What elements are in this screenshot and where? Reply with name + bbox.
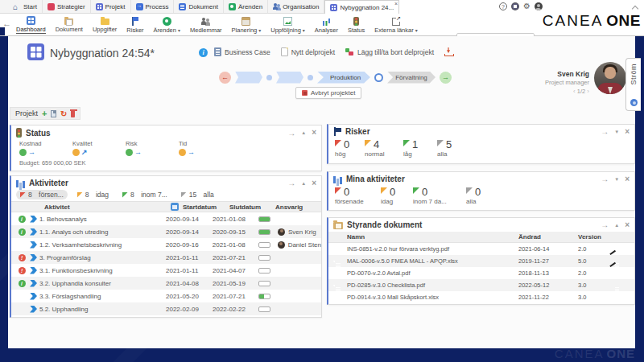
close-icon[interactable]: × (625, 222, 630, 228)
table-row[interactable]: 3.3. Förslagshandling2021-05-202021-07-2… (11, 290, 321, 302)
col-version[interactable]: Version (578, 233, 613, 241)
close-icon[interactable]: × (312, 180, 316, 187)
table-row[interactable]: MAL-0006-v.5.0 FMEA MALL - APQP.xlsx2019… (328, 255, 634, 267)
collapse-icon[interactable]: ▼ (614, 177, 619, 182)
table-row[interactable]: i3.2. Upphandla konsulter2021-04-082021-… (11, 277, 321, 290)
table-row[interactable]: i1. Behovsanalys2020-09-142021-01-08 (11, 212, 321, 225)
col-changed[interactable]: Ändrad (518, 233, 578, 241)
open-panel-icon[interactable]: → (287, 179, 295, 187)
tab-strategier[interactable]: Strategier (43, 0, 91, 13)
stream-side-tab[interactable]: Ström (625, 58, 641, 111)
risk-stat-normal[interactable]: 4normal (365, 139, 403, 158)
expand-chevron-icon[interactable] (30, 293, 37, 300)
expand-chevron-icon[interactable] (30, 306, 37, 313)
filter-today[interactable]: 8 idag (73, 190, 113, 200)
toolbar-item-planering[interactable]: Planering▾ (227, 14, 266, 35)
phase-step-2[interactable] (276, 72, 303, 84)
toolbar-item-medlemmar[interactable]: Medlemmar (185, 14, 227, 35)
table-row[interactable]: 5.2. Upphandling2022-02-092022-02-22 (11, 302, 321, 315)
tab-nybyggnation-active[interactable]: Nybyggnation 24...× (324, 0, 399, 14)
col-start[interactable]: Startdatum (183, 204, 229, 211)
open-panel-icon[interactable]: → (601, 127, 609, 136)
phase-back-button[interactable]: ← (219, 72, 231, 84)
open-panel-icon[interactable]: → (601, 220, 609, 229)
tab-dokument[interactable]: Dokument (174, 0, 223, 13)
collapse-icon[interactable]: ▼ (614, 130, 619, 134)
toolbar-item-arenden[interactable]: Ärenden▾ (149, 14, 185, 35)
filter-overdue[interactable]: 8 försen... (16, 190, 68, 200)
toolbar-item-risker[interactable]: Risker (122, 14, 148, 35)
calendar-column-icon[interactable] (171, 203, 179, 211)
open-panel-icon[interactable]: → (601, 175, 609, 183)
prev-icon[interactable]: ‹ (573, 88, 576, 95)
open-panel-icon[interactable]: → (287, 129, 295, 138)
close-icon[interactable]: × (312, 130, 316, 136)
risk-stat-all[interactable]: 5alla (437, 139, 468, 158)
col-name[interactable]: Namn (347, 233, 518, 241)
col-responsible[interactable]: Ansvarig (275, 204, 303, 211)
toolbar-item-uppgifter[interactable]: Uppgifter (88, 14, 122, 35)
gear-icon[interactable]: ⚙ (523, 2, 530, 10)
save-icon[interactable] (51, 110, 56, 117)
table-row[interactable]: !3.1. Funktionsbeskrivning2021-01-112021… (11, 264, 321, 277)
close-tab-icon[interactable]: × (394, 1, 398, 6)
collapse-icon[interactable]: ▲ (301, 130, 306, 135)
my-stat-within-7[interactable]: 0inom 7 da... (413, 187, 466, 205)
filter-within-7[interactable]: 8 inom 7... (118, 190, 171, 200)
my-stat-all[interactable]: 0alla (466, 187, 498, 205)
table-row[interactable]: i1.1. Analys och utreding2020-09-142020-… (11, 225, 321, 238)
my-stat-overdue[interactable]: 0försenade (335, 187, 381, 205)
cancel-project-button[interactable]: Avbryt projektet (295, 87, 361, 99)
my-stat-today[interactable]: 0idag (381, 187, 413, 205)
toolbar-item-uppfoljning[interactable]: Uppföljning▾ (266, 14, 310, 35)
toolbar-item-status[interactable]: Status (343, 14, 369, 35)
toolbar-item-analyser[interactable]: Analyser (310, 14, 343, 35)
phase-step-produktion[interactable]: Produktion (317, 72, 370, 84)
add-icon[interactable]: + (42, 109, 47, 117)
close-icon[interactable]: × (625, 129, 630, 135)
business-case-button[interactable]: Business Case (214, 47, 270, 56)
risk-stat-low[interactable]: 1låg (403, 139, 437, 158)
tab-process[interactable]: Process (131, 0, 175, 13)
table-row[interactable]: PD-0914-v.3.0 Mall Skåpskort.xlsx2021-11… (328, 291, 634, 303)
manager-photo[interactable] (594, 62, 626, 94)
expand-chevron-icon[interactable] (30, 241, 37, 249)
import-button[interactable] (444, 47, 453, 56)
globe-icon[interactable] (511, 2, 519, 10)
phase-step-forvaltning[interactable]: Förvaltning (387, 72, 436, 84)
expand-chevron-icon[interactable] (30, 228, 37, 236)
toolbar-item-dokument[interactable]: Dokument (51, 14, 88, 35)
table-row[interactable]: PD-0285-v.3.0 Checklista.pdf2022-05-123.… (328, 279, 634, 291)
risk-stat-high[interactable]: 0hög (335, 139, 365, 158)
expand-chevron-icon[interactable] (30, 254, 37, 261)
expand-chevron-icon[interactable] (30, 216, 37, 223)
table-row[interactable]: INS-0851-v.2.0 hur förvara verktyg.pdf20… (328, 243, 634, 255)
table-row[interactable]: 1.2. Verksamhetsbeskrivning2020-09-16202… (11, 238, 321, 251)
info-icon[interactable]: i (199, 48, 208, 57)
phase-forward-button[interactable]: → (440, 72, 452, 84)
delete-icon[interactable] (71, 111, 75, 117)
collapse-icon[interactable]: ▲ (301, 181, 306, 186)
filter-all[interactable]: 15 alla (177, 190, 218, 200)
col-activity[interactable]: Aktivitet (44, 204, 171, 211)
tab-organisation[interactable]: Organisation (268, 0, 324, 13)
tab-start[interactable]: ⌂Start (8, 0, 43, 13)
tab-projekt[interactable]: Projekt (91, 0, 131, 13)
new-subproject-button[interactable]: Nytt delprojekt (281, 47, 335, 56)
user-avatar-icon[interactable] (535, 2, 543, 10)
toolbar-item-dashboard[interactable]: Dashboard (11, 14, 51, 35)
next-icon[interactable]: › (587, 88, 589, 95)
close-icon[interactable]: × (625, 176, 630, 183)
col-end[interactable]: Slutdatum (229, 204, 275, 211)
toolbar-item-externa-lankar[interactable]: Externa länkar▾ (369, 14, 422, 35)
expand-chevron-icon[interactable] (30, 280, 37, 287)
phase-step-1[interactable] (235, 72, 262, 84)
tab-arenden[interactable]: Ärenden (224, 0, 268, 13)
table-row[interactable]: PD-0070-v.2.0 Avtal.pdf2018-11-132.0 (328, 267, 634, 279)
collapse-chevron-icon[interactable] (632, 6, 638, 12)
refresh-icon[interactable]: ↻ (60, 110, 67, 117)
collapse-icon[interactable]: ▲ (614, 223, 619, 228)
table-row[interactable]: !3. Programförslag2021-01-112021-07-21 (11, 251, 321, 264)
help-icon[interactable]: ? (499, 2, 507, 10)
add-remove-subproject-button[interactable]: Lägg till/ta bort delprojekt (345, 47, 434, 56)
